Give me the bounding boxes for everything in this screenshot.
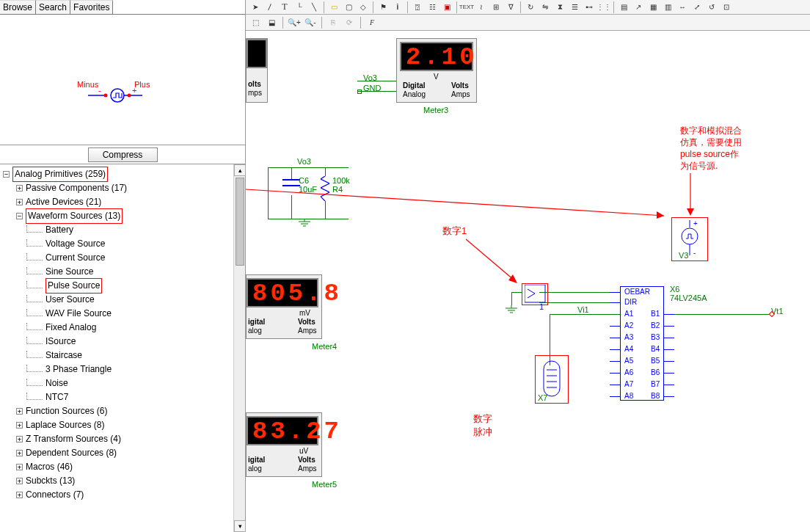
zoom-out-icon[interactable]: 🔍- — [304, 16, 317, 29]
mirror-icon[interactable]: ⧗ — [553, 1, 566, 14]
refresh-icon[interactable]: ⟳ — [343, 16, 356, 29]
tab-favorites[interactable]: Favorites — [70, 0, 113, 14]
properties-icon[interactable]: ☷ — [426, 1, 439, 14]
rotate-cw-icon[interactable]: ↺ — [705, 1, 718, 14]
tree-item-user-source[interactable]: User Source — [45, 293, 95, 307]
rotate-icon[interactable]: ↻ — [524, 1, 537, 14]
meter4[interactable]: 805.8 mV igital alog Volts Amps — [246, 274, 322, 339]
meter5[interactable]: 83.27 uV igital alog Volts Amps — [246, 412, 322, 477]
tree-node-connectors[interactable]: Connectors (7) — [26, 488, 84, 502]
page-tool-icon[interactable]: ▤ — [617, 1, 630, 14]
help-cursor-icon[interactable]: ⍰ — [411, 1, 424, 14]
tree-node-active[interactable]: Active Devices (21) — [26, 195, 101, 209]
gnd-box — [357, 90, 362, 94]
tree-item-pulse-source[interactable]: Pulse Source — [45, 278, 102, 294]
tree-expand-ztransform[interactable]: + — [16, 436, 23, 442]
tree-expand-laplace[interactable]: + — [16, 422, 23, 429]
diamond-tool-icon[interactable]: ◇ — [357, 1, 370, 14]
schematic-canvas[interactable]: olts mps 2.10 V Digital Analog Volts Amp… — [246, 31, 810, 532]
pin-b2: B2 — [651, 321, 660, 329]
wire — [325, 167, 326, 176]
font-tool-icon[interactable]: F — [365, 16, 379, 29]
tree-expand-dependent[interactable]: + — [16, 450, 23, 456]
meter5-analog: alog — [248, 464, 262, 473]
note-line1: 数字和模拟混合 — [680, 125, 742, 137]
expand-icon[interactable]: ⤢ — [690, 1, 704, 14]
tree-item-staircase[interactable]: Staircase — [45, 349, 82, 362]
wire-diag2-icon[interactable]: ╲ — [307, 1, 321, 14]
compress-button[interactable]: Compress — [88, 147, 158, 162]
scroll-up-icon[interactable]: ▴ — [234, 164, 246, 176]
tab-search[interactable]: Search — [36, 0, 70, 14]
tree-node-macros[interactable]: Macros (46) — [26, 460, 73, 474]
probe-icon[interactable]: ≀ — [475, 1, 488, 14]
meter5-name: Meter5 — [312, 480, 337, 489]
scroll-thumb[interactable] — [236, 178, 244, 266]
tree-expand-passive[interactable]: + — [16, 185, 23, 192]
text-label-icon[interactable]: TEXT — [460, 1, 473, 14]
tree-item-sine-source[interactable]: Sine Source — [45, 265, 93, 279]
info-tool-icon[interactable]: i — [391, 1, 404, 14]
tree-node-waveform[interactable]: Waveform Sources (13) — [26, 208, 123, 224]
tree-expand-subckts[interactable]: + — [16, 478, 23, 484]
tree-item-current-source[interactable]: Current Source — [45, 251, 105, 265]
split-icon[interactable]: ⊞ — [489, 1, 503, 14]
tree-node-passive[interactable]: Passive Components (17) — [26, 181, 127, 195]
wire — [357, 91, 396, 92]
text-tool-icon[interactable]: T — [278, 1, 291, 14]
schematic-area: ➤ 〳 T └ ╲ ▭ ▢ ◇ ⚑ i ⍰ ☷ ▣ TEXT ≀ ⊞ ∇ ↻ ⇋… — [246, 0, 810, 532]
tree-collapse-root[interactable]: − — [3, 171, 10, 178]
tree-item-wav-file-source[interactable]: WAV File Source — [45, 307, 112, 321]
scroll-down-icon[interactable]: ▾ — [234, 520, 246, 532]
tree-item-3phase-triangle[interactable]: 3 Phase Triangle — [45, 362, 112, 376]
tree-collapse-waveform[interactable]: − — [16, 213, 23, 219]
stub — [664, 361, 674, 362]
vee-icon[interactable]: ∇ — [504, 1, 517, 14]
select-region-icon[interactable]: ⬚ — [249, 16, 262, 29]
tree-node-laplace[interactable]: Laplace Sources (8) — [26, 418, 104, 432]
tree-item-battery[interactable]: Battery — [45, 223, 73, 237]
tree-node-function[interactable]: Function Sources (6) — [26, 404, 107, 418]
select-net-icon[interactable]: ⬓ — [265, 16, 278, 29]
stack-icon[interactable]: ▥ — [661, 1, 674, 14]
fixed1-symbol[interactable] — [525, 285, 547, 304]
note-line3: pulse source作 — [680, 148, 739, 161]
stub — [610, 373, 620, 374]
bus-tool-icon[interactable]: ▭ — [327, 1, 340, 14]
tree-expand-connectors[interactable]: + — [16, 492, 23, 498]
tree-node-ztransform[interactable]: Z Transform Sources (4) — [26, 432, 121, 446]
tree-item-noise[interactable]: Noise — [45, 376, 68, 390]
secondary-toolbar: ⬚ ⬓ 🔍+ 🔍- ⎘ ⟳ F — [246, 15, 810, 31]
copy-view-icon[interactable]: ⎘ — [326, 16, 340, 29]
tab-browse[interactable]: Browse — [0, 0, 36, 14]
tree-scrollbar[interactable]: ▴ ▾ — [233, 164, 245, 532]
arrow-lr-icon[interactable]: ↔ — [676, 1, 689, 14]
wire-diag-icon[interactable]: 〳 — [263, 1, 277, 14]
tree-item-fixed-analog[interactable]: Fixed Analog — [45, 321, 96, 335]
fit-icon[interactable]: ⊡ — [720, 1, 733, 14]
window-icon[interactable]: ▣ — [440, 1, 453, 14]
flag-tool-icon[interactable]: ⚑ — [376, 1, 390, 14]
grid-icon[interactable]: ⋮⋮ — [597, 1, 610, 14]
component-tree[interactable]: − Analog Primitives (259) + Passive Comp… — [0, 164, 245, 532]
tree-expand-function[interactable]: + — [16, 408, 23, 415]
tree-node-dependent[interactable]: Dependent Sources (8) — [26, 446, 117, 460]
tree-root[interactable]: Analog Primitives (259) — [12, 167, 108, 182]
layer-tool-icon[interactable]: ▦ — [646, 1, 660, 14]
flip-h-icon[interactable]: ⇋ — [539, 1, 552, 14]
align-icon[interactable]: ☰ — [568, 1, 581, 14]
tree-item-isource[interactable]: ISource — [45, 335, 76, 349]
pointer-icon[interactable]: ➤ — [249, 1, 262, 14]
tree-item-ntc7[interactable]: NTC7 — [45, 390, 68, 404]
wire-ortho-icon[interactable]: └ — [293, 1, 306, 14]
connect-icon[interactable]: ⊷ — [583, 1, 596, 14]
zoom-in-icon[interactable]: 🔍+ — [288, 16, 301, 29]
meter3[interactable]: 2.10 V Digital Analog Volts Amps — [396, 38, 477, 103]
tree-item-voltage-source[interactable]: Voltage Source — [45, 237, 105, 251]
tree-node-subckts[interactable]: Subckts (13) — [26, 474, 75, 488]
box-tool-icon[interactable]: ▢ — [342, 1, 355, 14]
tree-expand-macros[interactable]: + — [16, 464, 23, 470]
tree-expand-active[interactable]: + — [16, 199, 23, 205]
x7-label: X7 — [538, 393, 547, 402]
move-tool-icon[interactable]: ↗ — [632, 1, 645, 14]
